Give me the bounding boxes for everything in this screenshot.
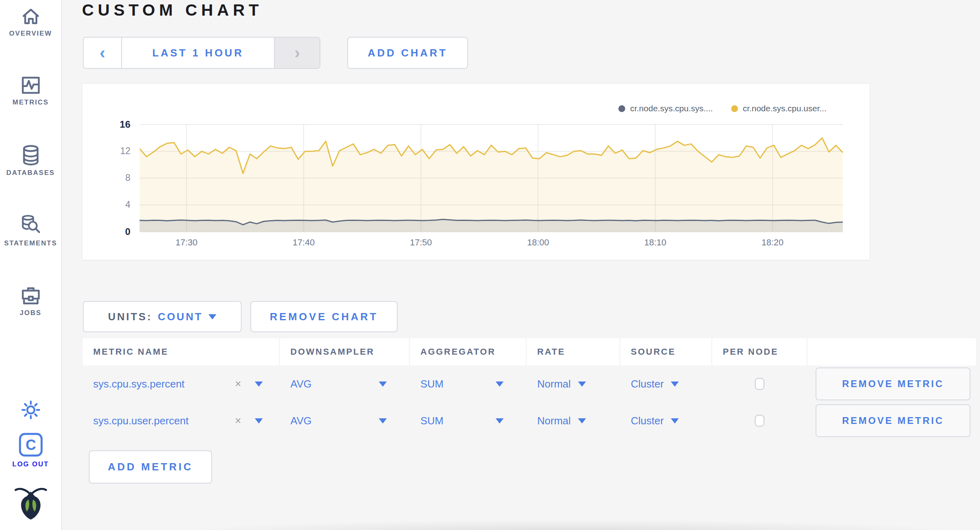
- page-title: CUSTOM CHART: [82, 1, 263, 20]
- home-icon: [21, 6, 41, 26]
- units-caption: UNITS:: [108, 311, 152, 323]
- cockroachdb-logo: [0, 484, 61, 524]
- chevron-down-icon: [496, 381, 504, 387]
- database-icon: [21, 145, 41, 166]
- downsampler-dropdown[interactable]: AVG: [290, 378, 409, 390]
- jobs-icon: [21, 286, 41, 306]
- per-node-checkbox[interactable]: [755, 378, 764, 390]
- legend-item-sys[interactable]: cr.node.sys.cpu.sys....: [618, 104, 713, 113]
- chevron-down-icon: [379, 381, 387, 387]
- table-row: sys.cpu.user.percent × AVG SUM: [83, 402, 976, 439]
- add-metric-label: ADD METRIC: [108, 461, 193, 473]
- remove-metric-button[interactable]: REMOVE METRIC: [816, 367, 970, 400]
- table-header-row: METRIC NAME DOWNSAMPLER AGGREGATOR RATE …: [83, 338, 976, 365]
- metrics-table: METRIC NAME DOWNSAMPLER AGGREGATOR RATE …: [83, 338, 976, 439]
- chevron-down-icon: [255, 381, 263, 387]
- aggregator-value: SUM: [420, 415, 444, 427]
- time-next-button[interactable]: ›: [275, 38, 320, 68]
- sidebar-label: METRICS: [0, 98, 61, 106]
- column-header-downsampler: DOWNSAMPLER: [280, 338, 409, 365]
- time-range-label: LAST 1 HOUR: [152, 47, 244, 59]
- column-header-actions: [808, 338, 976, 365]
- x-tick-label: 17:40: [280, 237, 328, 248]
- source-value: Cluster: [631, 415, 664, 427]
- downsampler-value: AVG: [290, 378, 312, 390]
- remove-chart-label: REMOVE CHART: [270, 311, 378, 323]
- per-node-cell: [712, 402, 806, 439]
- clear-metric-icon[interactable]: ×: [235, 378, 241, 390]
- column-header-aggregator: AGGREGATOR: [410, 338, 526, 365]
- metrics-icon: [21, 75, 41, 95]
- chart-plot[interactable]: [140, 120, 843, 233]
- metric-name-value[interactable]: sys.cpu.sys.percent: [93, 378, 184, 390]
- per-node-checkbox[interactable]: [755, 415, 764, 427]
- chevron-down-icon: [578, 381, 586, 387]
- sidebar-item-overview[interactable]: OVERVIEW: [0, 6, 61, 38]
- gear-icon: [20, 400, 41, 420]
- actions-cell: REMOVE METRIC: [808, 402, 976, 439]
- units-value: COUNT: [158, 311, 203, 323]
- actions-cell: REMOVE METRIC: [808, 365, 976, 402]
- time-prev-button[interactable]: ‹: [84, 38, 121, 68]
- downsampler-value: AVG: [290, 415, 312, 427]
- legend-label: cr.node.sys.cpu.sys....: [630, 104, 713, 113]
- legend-label: cr.node.sys.cpu.user...: [743, 104, 826, 113]
- chevron-right-icon: ›: [294, 45, 300, 61]
- column-header-rate: RATE: [527, 338, 619, 365]
- metric-name-dropdown[interactable]: ×: [235, 415, 263, 427]
- clear-metric-icon[interactable]: ×: [235, 415, 241, 427]
- logout-button[interactable]: C LOG OUT: [0, 432, 61, 468]
- column-header-source: SOURCE: [620, 338, 711, 365]
- legend-item-user[interactable]: cr.node.sys.cpu.user...: [731, 104, 826, 113]
- legend-dot-sys: [618, 105, 625, 112]
- sidebar-item-statements[interactable]: STATEMENTS: [0, 215, 61, 247]
- aggregator-dropdown[interactable]: SUM: [420, 415, 526, 427]
- rate-value: Normal: [537, 415, 571, 427]
- metric-name-dropdown[interactable]: ×: [235, 378, 263, 390]
- settings-button[interactable]: [0, 400, 61, 424]
- aggregator-dropdown[interactable]: SUM: [420, 378, 526, 390]
- y-tick-label: 0: [94, 226, 130, 237]
- rate-cell: Normal: [527, 365, 619, 402]
- units-dropdown[interactable]: UNITS: COUNT: [83, 301, 242, 332]
- sidebar-label: STATEMENTS: [0, 239, 61, 247]
- sidebar-label: JOBS: [0, 309, 61, 317]
- chevron-down-icon: [208, 314, 216, 319]
- add-metric-button[interactable]: ADD METRIC: [89, 450, 212, 484]
- time-range-dropdown[interactable]: LAST 1 HOUR: [121, 38, 275, 68]
- metric-name-value[interactable]: sys.cpu.user.percent: [93, 415, 188, 427]
- y-tick-label: 12: [94, 146, 130, 157]
- chart-card: cr.node.sys.cpu.sys.... cr.node.sys.cpu.…: [82, 83, 870, 260]
- statements-icon: [20, 215, 42, 236]
- chart-legend: cr.node.sys.cpu.sys.... cr.node.sys.cpu.…: [618, 104, 826, 113]
- sidebar-item-metrics[interactable]: METRICS: [0, 75, 61, 106]
- source-dropdown[interactable]: Cluster: [631, 415, 679, 427]
- chevron-down-icon: [255, 418, 263, 424]
- sidebar-item-jobs[interactable]: JOBS: [0, 286, 61, 317]
- rate-cell: Normal: [527, 402, 619, 439]
- x-tick-label: 18:10: [631, 237, 679, 248]
- rate-dropdown[interactable]: Normal: [537, 378, 586, 390]
- column-header-metric-name: METRIC NAME: [83, 338, 279, 365]
- chevron-down-icon: [671, 418, 679, 424]
- downsampler-dropdown[interactable]: AVG: [290, 415, 409, 427]
- x-tick-label: 18:20: [748, 237, 796, 248]
- x-tick-label: 17:50: [397, 237, 445, 248]
- rate-dropdown[interactable]: Normal: [537, 415, 586, 427]
- chevron-down-icon: [671, 381, 679, 387]
- remove-metric-button[interactable]: REMOVE METRIC: [816, 404, 970, 437]
- add-chart-label: ADD CHART: [368, 47, 448, 59]
- add-chart-button[interactable]: ADD CHART: [347, 37, 468, 69]
- remove-chart-button[interactable]: REMOVE CHART: [250, 301, 398, 332]
- source-dropdown[interactable]: Cluster: [631, 378, 679, 390]
- cockroach-bug-icon: [14, 484, 48, 520]
- svg-text:C: C: [26, 437, 36, 453]
- custom-chart-page: OVERVIEW METRICS DATABASES: [0, 0, 980, 530]
- y-tick-label: 4: [94, 199, 130, 210]
- table-row: sys.cpu.sys.percent × AVG SUM: [83, 365, 976, 402]
- chevron-down-icon: [578, 418, 586, 424]
- remove-metric-label: REMOVE METRIC: [842, 378, 944, 389]
- y-tick-label: 8: [94, 173, 130, 183]
- sidebar-label: OVERVIEW: [0, 30, 61, 38]
- sidebar-item-databases[interactable]: DATABASES: [0, 145, 61, 177]
